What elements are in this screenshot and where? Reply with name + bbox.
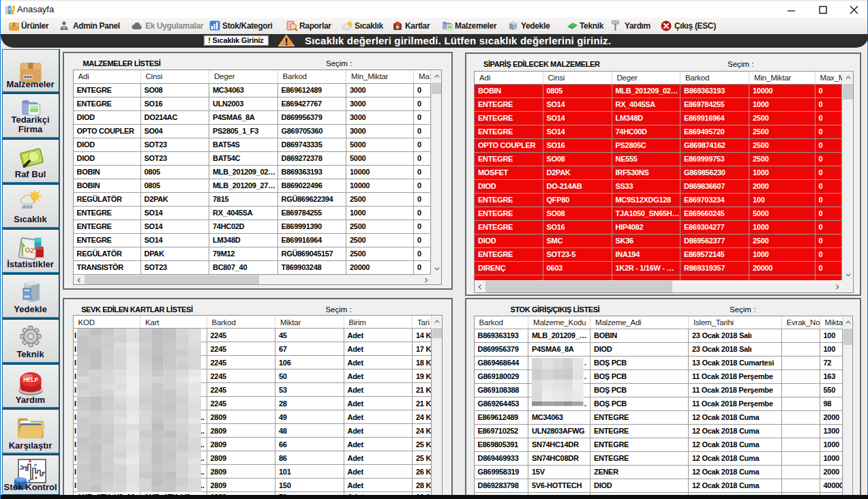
svg-text:OZ: OZ xyxy=(25,245,35,254)
svg-text:HELP: HELP xyxy=(23,376,38,383)
